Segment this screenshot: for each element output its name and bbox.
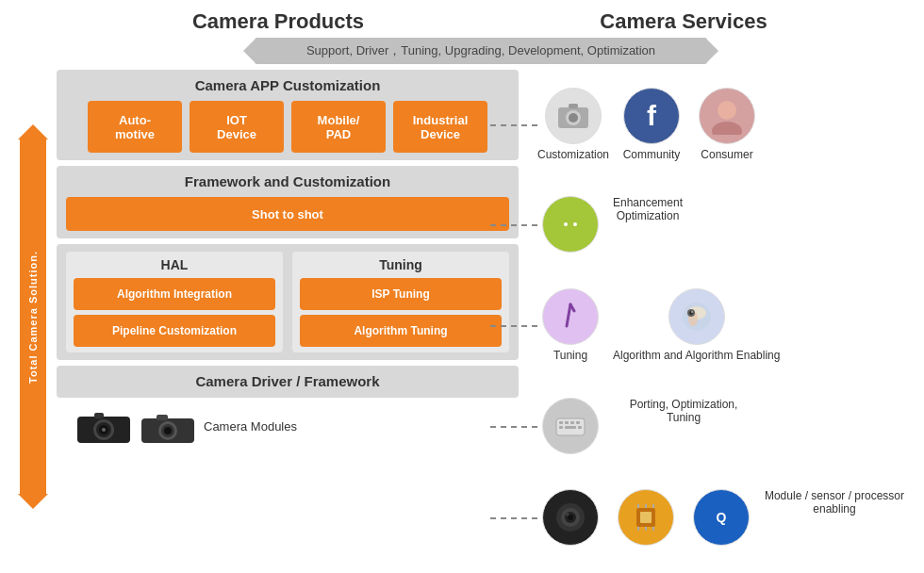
app-items-row: Auto-motive IOTDevice Mobile/PAD Industr… <box>66 101 509 153</box>
dashed-line-4 <box>490 426 537 428</box>
vertical-arrow-text: Total Camera Solution. <box>27 251 39 384</box>
left-panel: Camera APP Customization Auto-motive IOT… <box>57 70 519 564</box>
algo-svg <box>680 300 714 334</box>
keyboard-icon <box>542 398 599 454</box>
service-icons-4: Porting, Optimization, Tuning <box>537 398 754 454</box>
tuning-svg <box>553 300 587 334</box>
shot-to-shot-box: Shot to shot <box>66 197 509 231</box>
svg-point-23 <box>573 222 577 226</box>
framework-section: Framework and Customization Shot to shot <box>57 166 519 238</box>
service-camera-module <box>537 489 603 546</box>
cam2-svg <box>553 500 587 534</box>
support-row: Support, Driver，Tuning, Upgrading, Devel… <box>75 38 886 64</box>
consumer-svg <box>708 97 746 135</box>
algo-label: Algorithm and Algorithm Enabling <box>613 349 780 362</box>
svg-rect-43 <box>565 426 576 429</box>
top-headings: Camera Products Camera Services <box>0 0 924 38</box>
tuning-section: Tuning ISP Tuning Algorithm Tuning <box>292 252 509 352</box>
hal-section: HAL Algorithm Integration Pipeline Custo… <box>66 252 283 352</box>
dashed-line-5 <box>490 517 537 519</box>
support-text: Support, Driver，Tuning, Upgrading, Devel… <box>306 42 655 59</box>
service-row-4: Porting, Optimization, Tuning <box>537 398 905 454</box>
service-tuning: Tuning <box>537 288 603 362</box>
svg-rect-44 <box>578 426 582 429</box>
service-consumer: Consumer <box>694 88 760 161</box>
camera2-icon <box>542 489 599 546</box>
svg-rect-10 <box>157 415 168 420</box>
camera-modules-text: Camera Modules <box>204 419 297 434</box>
service-sensor <box>613 489 679 546</box>
app-item-industrial: IndustrialDevice <box>393 101 487 153</box>
vertical-arrow: Total Camera Solution. <box>20 138 46 496</box>
enhancement-label: EnhancementOptimization <box>613 196 683 222</box>
svg-point-15 <box>718 101 736 120</box>
qualcomm-icon: Q <box>693 489 750 546</box>
driver-title: Camera Driver / Framework <box>195 373 379 389</box>
svg-point-13 <box>569 113 578 123</box>
tuning-items: ISP Tuning Algorithm Tuning <box>300 278 502 347</box>
svg-rect-19 <box>580 222 584 231</box>
svg-point-36 <box>691 311 693 313</box>
camera-svg <box>556 99 590 133</box>
svg-rect-4 <box>94 413 104 418</box>
svg-point-17 <box>557 215 584 237</box>
algo-icon <box>668 288 725 345</box>
android-svg <box>553 207 587 241</box>
right-panel: Customization f Community <box>528 70 905 564</box>
consumer-label: Consumer <box>701 148 752 161</box>
hal-tuning-row: HAL Algorithm Integration Pipeline Custo… <box>66 252 509 352</box>
vertical-arrow-container: Total Camera Solution. <box>19 70 47 564</box>
camera-modules-row: Camera Modules <box>57 407 519 445</box>
svg-rect-39 <box>565 421 569 424</box>
svg-rect-21 <box>573 232 577 238</box>
service-row-3: Tuning A <box>537 288 905 362</box>
svg-rect-20 <box>564 232 568 238</box>
svg-rect-42 <box>559 426 563 429</box>
isp-tuning-box: ISP Tuning <box>300 278 502 310</box>
service-porting <box>537 398 603 454</box>
service-row-5: Q Module / sensor / processor enabling <box>537 489 905 546</box>
sensor-svg <box>629 500 663 534</box>
svg-point-5 <box>102 428 106 432</box>
driver-section: Camera Driver / Framework <box>57 366 519 398</box>
customization-label: Customization <box>537 148 609 161</box>
pipeline-customization-box: Pipeline Customization <box>74 315 275 347</box>
tuning-icon-label: Tuning <box>553 349 587 362</box>
service-enhancement <box>537 196 603 253</box>
service-customization: Customization <box>537 88 609 161</box>
keyboard-svg <box>553 409 587 443</box>
camera-module-icon-1 <box>75 407 132 445</box>
hal-title: HAL <box>74 257 275 272</box>
sensor-icon <box>618 489 674 546</box>
svg-rect-38 <box>559 421 563 424</box>
svg-rect-52 <box>640 512 652 523</box>
svg-rect-18 <box>557 222 561 231</box>
tuning-icon <box>542 288 599 345</box>
qualcomm-svg: Q <box>704 500 738 534</box>
service-row-1: Customization f Community <box>537 88 905 161</box>
svg-point-49 <box>567 514 569 516</box>
framework-title: Framework and Customization <box>66 173 509 189</box>
android-icon <box>542 196 599 253</box>
service-icons-3: Tuning A <box>537 288 780 362</box>
module-label: Module / sensor / processor enabling <box>764 489 905 516</box>
hal-tuning-section: HAL Algorithm Integration Pipeline Custo… <box>57 244 519 360</box>
service-algo: Algorithm and Algorithm Enabling <box>613 288 780 362</box>
svg-rect-41 <box>576 421 580 424</box>
service-processor: Q <box>688 489 754 546</box>
svg-rect-40 <box>570 421 574 424</box>
service-row-2: EnhancementOptimization <box>537 196 905 253</box>
consumer-icon <box>699 88 755 144</box>
algo-integration-box: Algorithm Integration <box>74 278 275 310</box>
dashed-line-3 <box>490 325 537 327</box>
main-container: Camera Products Camera Services Support,… <box>0 0 924 573</box>
svg-point-27 <box>576 212 580 216</box>
porting-label: Porting, Optimization, Tuning <box>613 398 754 424</box>
svg-point-9 <box>164 427 172 434</box>
app-item-automotive: Auto-motive <box>88 101 182 153</box>
service-icons-5: Q Module / sensor / processor enabling <box>537 489 905 546</box>
heading-camera-products: Camera Products <box>75 9 481 34</box>
content-area: Total Camera Solution. Camera APP Custom… <box>0 70 924 573</box>
app-customization-title: Camera APP Customization <box>66 77 509 93</box>
community-icon: f <box>623 88 680 144</box>
